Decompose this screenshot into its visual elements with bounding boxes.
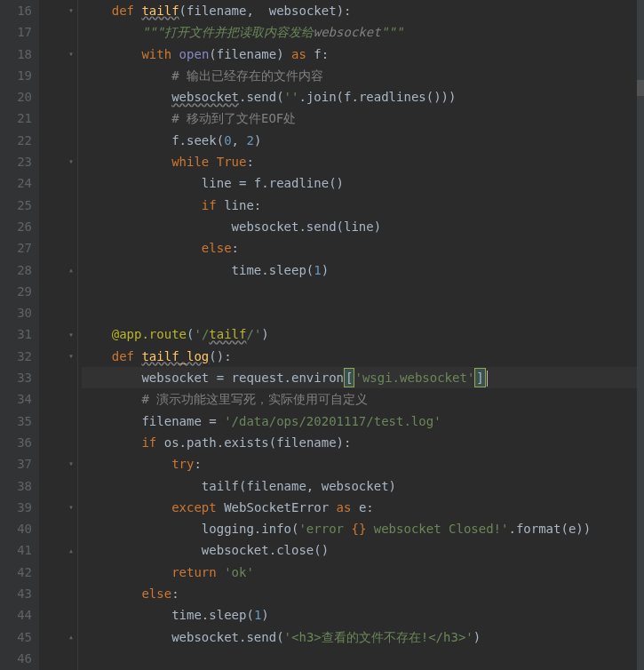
line-number: 17 (0, 21, 32, 43)
line-number-gutter: 1617181920212223242526272829303132333435… (0, 0, 39, 670)
line-number: 39 (0, 497, 32, 518)
code-line[interactable]: f.seek(0, 2) (82, 130, 644, 151)
code-line[interactable]: websocket = request.environ['wsgi.websoc… (82, 367, 644, 388)
code-line[interactable]: while True: (82, 151, 644, 172)
code-line[interactable]: websocket.send('<h3>查看的文件不存在!</h3>') (82, 626, 644, 648)
fold-toggle-icon[interactable]: ▾ (66, 5, 76, 16)
text-caret (487, 371, 488, 387)
code-line[interactable]: return 'ok' (82, 562, 644, 583)
line-number: 46 (0, 648, 32, 669)
fold-toggle-icon[interactable]: ▾ (66, 459, 76, 469)
code-line[interactable]: # 移动到了文件EOF处 (82, 108, 644, 129)
line-number: 33 (0, 367, 32, 388)
minimap-scrollbar[interactable] (637, 0, 644, 670)
code-line[interactable]: filename = '/data/ops/20201117/test.log' (82, 411, 644, 432)
line-number: 25 (0, 195, 32, 216)
line-number: 38 (0, 475, 32, 497)
line-number: 18 (0, 44, 32, 65)
code-line[interactable]: # 演示功能这里写死，实际使用可自定义 (82, 388, 644, 410)
fold-column[interactable]: ▾▾▾▴▾▾▾▾▴▴ (39, 0, 78, 670)
code-line[interactable]: time.sleep(1) (82, 259, 644, 281)
line-number: 36 (0, 432, 32, 453)
code-line[interactable]: except WebSocketError as e: (82, 497, 644, 518)
code-line[interactable]: def tailf_log(): (82, 346, 644, 367)
fold-toggle-icon[interactable]: ▴ (66, 632, 76, 642)
code-line[interactable]: else: (82, 583, 644, 604)
line-number: 34 (0, 388, 32, 410)
code-editor[interactable]: 1617181920212223242526272829303132333435… (0, 0, 644, 670)
fold-toggle-icon[interactable]: ▾ (66, 502, 76, 513)
line-number: 31 (0, 323, 32, 345)
code-area[interactable]: def tailf(filename, websocket): """打开文件并… (78, 0, 644, 670)
line-number: 43 (0, 583, 32, 604)
code-line[interactable]: else: (82, 237, 644, 259)
line-number: 22 (0, 130, 32, 151)
code-line[interactable]: if os.path.exists(filename): (82, 432, 644, 453)
code-line[interactable]: tailf(filename, websocket) (82, 475, 644, 497)
line-number: 32 (0, 346, 32, 367)
line-number: 23 (0, 151, 32, 172)
fold-toggle-icon[interactable]: ▾ (66, 156, 76, 167)
code-line[interactable] (82, 302, 644, 323)
code-line[interactable]: time.sleep(1) (82, 604, 644, 626)
line-number: 27 (0, 237, 32, 259)
line-number: 21 (0, 108, 32, 129)
code-line[interactable] (82, 281, 644, 302)
code-line[interactable]: websocket.send(''.join(f.readlines())) (82, 86, 644, 108)
code-line[interactable]: line = f.readline() (82, 172, 644, 194)
line-number: 28 (0, 259, 32, 281)
code-line[interactable]: @app.route('/tailf/') (82, 323, 644, 345)
line-number: 41 (0, 539, 32, 561)
line-number: 45 (0, 626, 32, 648)
code-line[interactable]: logging.info('error {} websocket Closed!… (82, 518, 644, 539)
code-line[interactable] (82, 648, 644, 669)
code-line[interactable]: # 输出已经存在的文件内容 (82, 65, 644, 86)
code-line[interactable]: def tailf(filename, websocket): (82, 0, 644, 21)
code-line[interactable]: try: (82, 453, 644, 475)
code-line[interactable]: websocket.close() (82, 539, 644, 561)
fold-toggle-icon[interactable]: ▾ (66, 330, 76, 340)
fold-toggle-icon[interactable]: ▴ (66, 265, 76, 275)
fold-toggle-icon[interactable]: ▾ (66, 49, 76, 60)
line-number: 42 (0, 562, 32, 583)
line-number: 26 (0, 216, 32, 237)
line-number: 20 (0, 86, 32, 108)
line-number: 30 (0, 302, 32, 323)
line-number: 16 (0, 0, 32, 21)
fold-toggle-icon[interactable]: ▴ (66, 546, 76, 556)
line-number: 35 (0, 411, 32, 432)
line-number: 37 (0, 453, 32, 475)
line-number: 19 (0, 65, 32, 86)
code-line[interactable]: if line: (82, 195, 644, 216)
line-number: 44 (0, 604, 32, 626)
line-number: 40 (0, 518, 32, 539)
code-line[interactable]: """打开文件并把读取内容发给websocket""" (82, 21, 644, 43)
line-number: 24 (0, 172, 32, 194)
minimap-thumb[interactable] (637, 80, 644, 96)
code-line[interactable]: websocket.send(line) (82, 216, 644, 237)
line-number: 29 (0, 281, 32, 302)
fold-toggle-icon[interactable]: ▾ (66, 351, 76, 362)
code-line[interactable]: with open(filename) as f: (82, 44, 644, 65)
